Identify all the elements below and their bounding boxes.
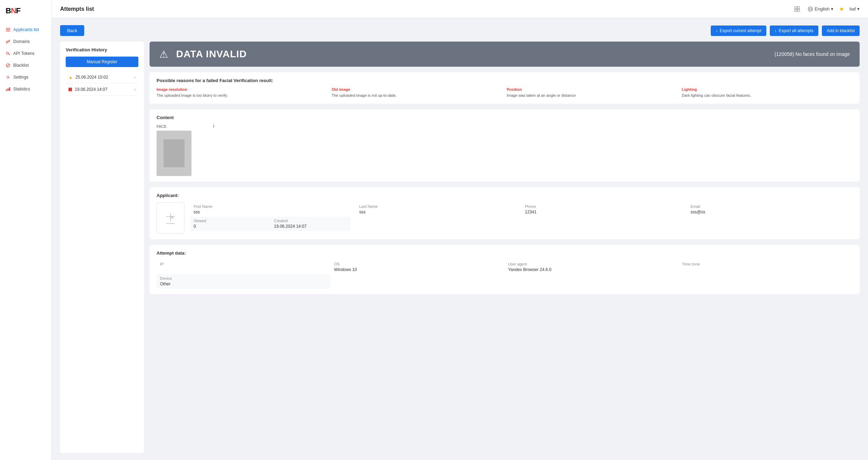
export-all-icon: ↓ xyxy=(775,28,777,33)
reason-label-1: Old image xyxy=(332,87,502,92)
list-icon xyxy=(6,27,10,32)
reason-desc-0: The uploaded image is too blurry to veri… xyxy=(157,93,327,98)
export-current-label: Export current attempt xyxy=(720,28,761,33)
invalid-title: DATA INVALID xyxy=(176,49,247,60)
export-icon: ↓ xyxy=(716,28,718,33)
created-value: 19.06.2024 14:07 xyxy=(274,224,347,229)
viewed-cell: Viewed 0 xyxy=(190,217,270,231)
sidebar-item-blacklist[interactable]: Blacklist xyxy=(0,59,51,71)
topbar-right: English ▾ ★ baf ▾ xyxy=(792,4,860,14)
key-icon xyxy=(6,51,10,56)
content-layout: Verification History Manual Register ▲ 2… xyxy=(60,42,860,453)
viewed-label: Viewed xyxy=(194,219,267,223)
svg-text:✕: ✕ xyxy=(170,214,174,220)
applicant-title: Applicant: xyxy=(157,193,853,198)
sidebar-item-applicants-list[interactable]: Applicants list xyxy=(0,24,51,36)
language-chevron: ▾ xyxy=(831,6,833,12)
svg-point-15 xyxy=(808,7,813,11)
sidebar-label-blacklist: Blacklist xyxy=(13,63,29,68)
user-agent-label: User agent xyxy=(508,262,675,266)
blacklist-button[interactable]: Add in blacklist xyxy=(822,25,860,36)
user-agent-value: Yandex Browser 24.6.0 xyxy=(508,267,675,272)
os-label: OS xyxy=(334,262,501,266)
export-current-button[interactable]: ↓ Export current attempt xyxy=(711,25,766,36)
svg-point-7 xyxy=(7,76,9,78)
warning-icon-0: ▲ xyxy=(68,75,73,80)
page-body: Back ↓ Export current attempt ↓ Export a… xyxy=(52,18,868,460)
invalid-left: ⚠ DATA INVALID xyxy=(159,49,247,60)
settings-icon xyxy=(6,75,10,80)
svg-rect-13 xyxy=(795,9,797,12)
sidebar-nav: Applicants list Domains API Tokens xyxy=(0,21,51,98)
reasons-box: Possible reasons for a failed Facial Ver… xyxy=(150,72,860,104)
export-all-button[interactable]: ↓ Export all attempts xyxy=(770,25,818,36)
svg-point-16 xyxy=(809,7,811,11)
time-zone-cell: Time zone xyxy=(679,260,853,274)
reason-desc-3: Dark lighting can obscure facial feature… xyxy=(682,93,853,98)
svg-rect-12 xyxy=(797,7,800,9)
language-selector[interactable]: English ▾ xyxy=(808,6,833,12)
history-panel: Verification History Manual Register ▲ 2… xyxy=(60,42,144,453)
attempt-grid: IP OS Windows 10 User agent Yandex Brows… xyxy=(157,260,853,274)
face-label: FACE xyxy=(157,124,191,129)
action-bar: Back ↓ Export current attempt ↓ Export a… xyxy=(60,25,860,36)
invalid-code: (120058) No faces found on image xyxy=(774,51,850,57)
device-cell: Device Other xyxy=(157,274,331,289)
sidebar-item-api-tokens[interactable]: API Tokens xyxy=(0,48,51,59)
device-label: Device xyxy=(160,276,327,280)
face-block: FACE ↓ xyxy=(157,124,205,176)
phone-value: 12341 xyxy=(525,210,683,214)
face-container: FACE ↓ xyxy=(157,124,853,176)
sidebar-label-api-tokens: API Tokens xyxy=(13,51,34,56)
fields-row-1: First Name sss Last Name sss Phone 12341 xyxy=(190,202,853,217)
email-label: Email xyxy=(690,204,849,209)
applicant-section: Applicant: ✕ xyxy=(150,187,860,239)
first-name-label: First Name xyxy=(194,204,352,209)
reasons-title: Possible reasons for a failed Facial Ver… xyxy=(157,78,853,83)
svg-rect-14 xyxy=(797,9,800,12)
reason-item-1: Old image The uploaded image is not up-t… xyxy=(332,87,502,98)
sidebar-item-statistics[interactable]: Statistics xyxy=(0,83,51,95)
face-image xyxy=(157,131,191,176)
filler-attempt-3 xyxy=(679,274,853,289)
viewed-value: 0 xyxy=(194,224,267,229)
content-section: Content FACE ↓ xyxy=(150,109,860,182)
first-name-value: sss xyxy=(194,210,352,214)
device-value: Other xyxy=(160,282,327,286)
time-zone-label: Time zone xyxy=(682,262,849,266)
created-label: Created xyxy=(274,219,347,223)
blacklist-icon xyxy=(6,63,10,68)
first-name-cell: First Name sss xyxy=(190,202,356,217)
svg-rect-8 xyxy=(6,89,7,91)
email-value: sss@ss xyxy=(690,210,849,214)
history-item-1[interactable]: 19.06.2024 14:07 › xyxy=(66,83,138,96)
error-icon-1 xyxy=(68,88,72,91)
svg-rect-10 xyxy=(9,87,10,91)
svg-rect-11 xyxy=(795,7,797,9)
sidebar-item-domains[interactable]: Domains xyxy=(0,36,51,48)
applicant-layout: ✕ First Name sss Last Name xyxy=(157,202,853,234)
reason-label-0: Image resolution xyxy=(157,87,327,92)
attempt-grid-2: Device Other xyxy=(157,274,853,289)
back-button[interactable]: Back xyxy=(60,25,84,36)
stats-icon xyxy=(6,87,10,92)
user-selector[interactable]: baf ▾ xyxy=(849,6,860,12)
reason-item-2: Position Image was taken at an angle or … xyxy=(507,87,678,98)
main-content: Attempts list English ▾ xyxy=(52,0,868,460)
grid-icon-button[interactable] xyxy=(792,4,802,14)
email-cell: Email sss@ss xyxy=(687,202,853,217)
download-icon[interactable]: ↓ xyxy=(212,122,215,129)
sidebar-item-settings[interactable]: Settings xyxy=(0,71,51,83)
reason-item-3: Lighting Dark lighting can obscure facia… xyxy=(682,87,853,98)
filler-attempt-1 xyxy=(331,274,505,289)
history-item-0[interactable]: ▲ 25.06.2024 10:02 › xyxy=(66,71,138,83)
filler-cell-2 xyxy=(602,217,853,231)
manual-register-button[interactable]: Manual Register xyxy=(66,57,138,67)
page-title: Attempts list xyxy=(60,6,94,12)
link-icon xyxy=(6,39,10,44)
svg-rect-1 xyxy=(6,29,10,30)
reason-label-3: Lighting xyxy=(682,87,853,92)
applicant-fields: First Name sss Last Name sss Phone 12341 xyxy=(190,202,853,231)
warning-triangle-icon: ⚠ xyxy=(159,49,171,60)
sidebar-label-applicants-list: Applicants list xyxy=(13,27,39,32)
